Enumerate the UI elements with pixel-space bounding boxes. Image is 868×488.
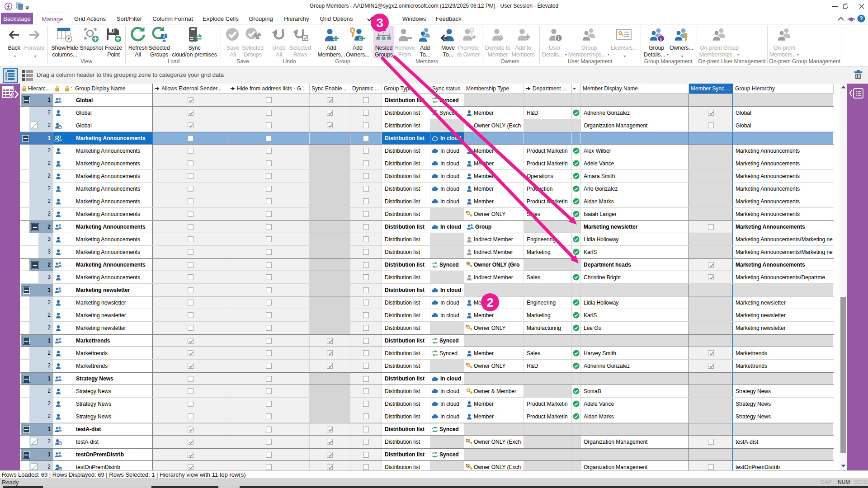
svg-text:?: ? [859, 15, 863, 22]
